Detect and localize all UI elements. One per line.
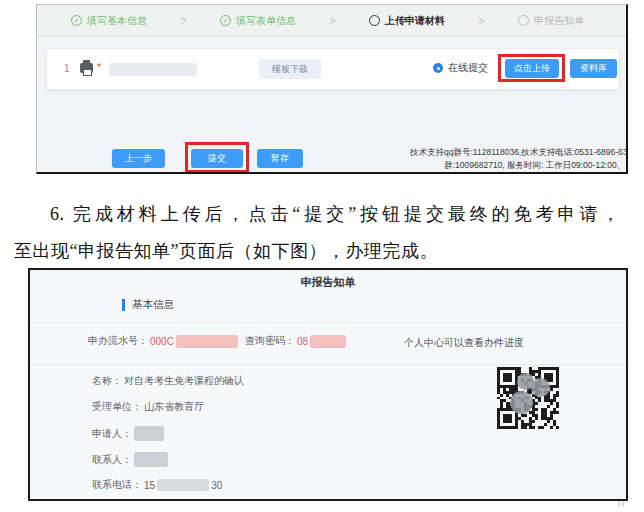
step-upload-materials: 上传申请材料 bbox=[369, 14, 445, 28]
name-value: 对自考考生免考课程的确认 bbox=[124, 374, 244, 388]
redacted-phone bbox=[157, 479, 209, 491]
step-label: 填写表单信息 bbox=[236, 14, 296, 28]
upload-screenshot: ✓ 填写基本信息 > ✓ 填写表单信息 > 上传申请材料 > 申报告知单 1 * bbox=[36, 4, 628, 174]
save-draft-button[interactable]: 暂存 bbox=[257, 149, 303, 168]
row-index: 1 bbox=[64, 63, 70, 74]
document-page: ✓ 填写基本信息 > ✓ 填写表单信息 > 上传申请材料 > 申报告知单 1 * bbox=[0, 0, 644, 512]
serial-value: 000C bbox=[150, 336, 174, 347]
step-done-icon: ✓ bbox=[71, 15, 82, 26]
online-submit-label: 在线提交 bbox=[448, 61, 488, 75]
notice-title: 申报告知单 bbox=[30, 275, 626, 290]
redacted-serial bbox=[176, 335, 238, 348]
serial-label: 申办流水号： bbox=[88, 334, 148, 348]
agency-field: 受理单位： 山东省教育厅 bbox=[92, 400, 204, 414]
required-mark: * bbox=[97, 61, 101, 73]
resize-handle-mark: II bbox=[618, 499, 625, 509]
redacted-applicant bbox=[134, 426, 164, 441]
step-arrow-icon: > bbox=[330, 14, 336, 27]
serial-number-field: 申办流水号： 000C bbox=[88, 334, 238, 348]
radio-selected-icon bbox=[433, 63, 443, 73]
redacted-file-name bbox=[109, 63, 197, 76]
password-value: 08 bbox=[297, 336, 308, 347]
name-field: 名称： 对自考考生免考课程的确认 bbox=[92, 374, 244, 388]
name-label: 名称： bbox=[92, 374, 122, 388]
step-arrow-icon: > bbox=[181, 14, 187, 27]
step-label: 上传申请材料 bbox=[385, 14, 445, 28]
instruction-paragraph: 6. 完成材料上传后，点击“提交”按钮提交最终的免考申请， 至出现“申报告知单”… bbox=[14, 196, 620, 270]
section-bar-icon bbox=[122, 299, 125, 311]
notice-screenshot: 申报告知单 基本信息 申办流水号： 000C 查询密码： 08 个人中心可以查看… bbox=[28, 268, 628, 501]
qr-redaction-blob bbox=[510, 391, 533, 414]
password-label: 查询密码： bbox=[245, 334, 295, 348]
step-done-icon: ✓ bbox=[220, 15, 231, 26]
query-password-field: 查询密码： 08 bbox=[245, 334, 346, 348]
agency-label: 受理单位： bbox=[92, 400, 142, 414]
redacted-contact bbox=[134, 452, 168, 467]
step-label: 填写基本信息 bbox=[87, 14, 147, 28]
highlight-box-upload bbox=[498, 54, 565, 82]
divider bbox=[30, 322, 626, 323]
template-download-button[interactable]: 模板下载 bbox=[259, 59, 321, 79]
phone-suffix: 30 bbox=[211, 480, 222, 491]
phone-field: 联系电话： 15 30 bbox=[92, 478, 222, 492]
tech-support-line2: 群:1009682710, 服务时间: 工作日09:00-12:00、 14 bbox=[327, 159, 628, 172]
paragraph-line2: 至出现“申报告知单”页面后（如下图），办理完成。 bbox=[14, 233, 620, 270]
step-notice-form: 申报告知单 bbox=[518, 14, 584, 28]
contact-label: 联系人： bbox=[92, 453, 132, 467]
applicant-label: 申请人： bbox=[92, 427, 132, 441]
phone-label: 联系电话： bbox=[92, 478, 142, 492]
online-submit-option[interactable]: 在线提交 bbox=[433, 61, 488, 75]
file-row: 1 * 模板下载 在线提交 点击上传 资料库 bbox=[47, 49, 619, 89]
agency-value: 山东省教育厅 bbox=[144, 400, 204, 414]
progress-hint: 个人中心可以查看办件进度 bbox=[404, 336, 524, 350]
step-fill-basic-info: ✓ 填写基本信息 bbox=[71, 14, 147, 28]
contact-field: 联系人： bbox=[92, 452, 168, 467]
step-arrow-icon: > bbox=[479, 14, 485, 27]
divider bbox=[30, 364, 626, 365]
basic-info-section-header: 基本信息 bbox=[122, 298, 174, 312]
previous-step-button[interactable]: 上一步 bbox=[112, 149, 165, 168]
redacted-password bbox=[310, 335, 346, 348]
paragraph-line1: 6. 完成材料上传后，点击“提交”按钮提交最终的免考申请， bbox=[14, 196, 620, 233]
step-current-icon bbox=[369, 15, 380, 26]
phone-prefix: 15 bbox=[144, 480, 155, 491]
step-fill-form-info: ✓ 填写表单信息 bbox=[220, 14, 296, 28]
applicant-field: 申请人： bbox=[92, 426, 164, 441]
step-todo-icon bbox=[518, 15, 529, 26]
section-title: 基本信息 bbox=[132, 298, 174, 312]
step-indicator: ✓ 填写基本信息 > ✓ 填写表单信息 > 上传申请材料 > 申报告知单 bbox=[37, 5, 626, 37]
step-label: 申报告知单 bbox=[534, 14, 584, 28]
printer-icon bbox=[80, 63, 93, 73]
tech-support-info: 技术支持qq群号:1128118036,技术支持电话:0531-6896-638… bbox=[327, 146, 628, 172]
highlight-box-submit bbox=[185, 142, 249, 173]
library-button[interactable]: 资料库 bbox=[570, 59, 617, 78]
tech-support-line1: 技术支持qq群号:1128118036,技术支持电话:0531-6896-638… bbox=[327, 146, 628, 159]
qr-code bbox=[497, 367, 559, 429]
qr-redaction-blob bbox=[531, 378, 550, 397]
